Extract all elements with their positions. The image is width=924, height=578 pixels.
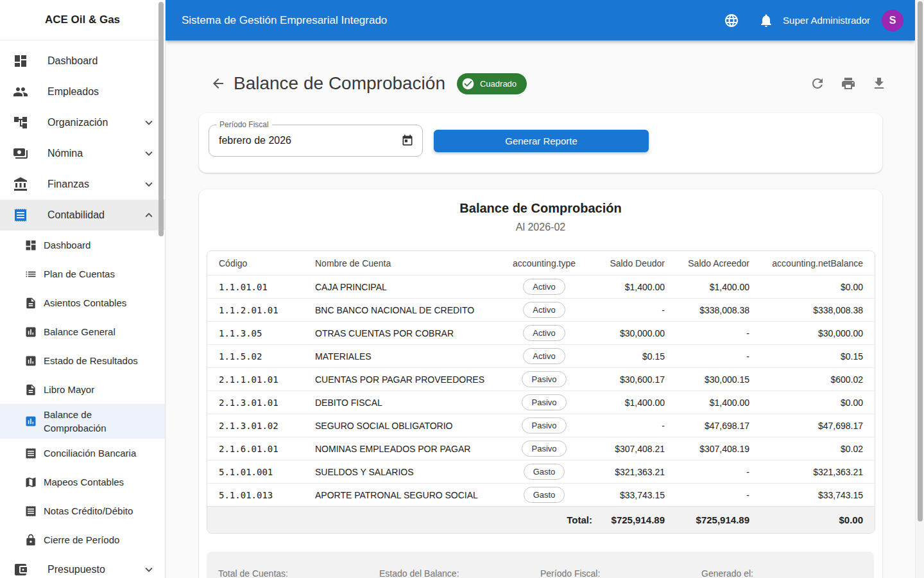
user-name: Super Administrador	[783, 15, 870, 26]
sidebar-item-balance-general[interactable]: Balance General	[0, 317, 165, 346]
sidebar-item-asientos-contables[interactable]: Asientos Contables	[0, 288, 165, 317]
credit-balance: $1,400.00	[665, 275, 749, 298]
account-type-chip: Pasivo	[522, 371, 566, 387]
account-name: CAJA PRINCIPAL	[304, 275, 496, 298]
account-name: APORTE PATRONAL SEGURO SOCIAL	[304, 483, 496, 506]
appbar-title: Sistema de Gestión Empresarial Integrado	[182, 14, 724, 27]
refresh-button[interactable]	[810, 76, 825, 91]
debit-balance: $0.15	[592, 344, 665, 367]
table-row: 5.1.01.013APORTE PATRONAL SEGURO SOCIALG…	[207, 483, 875, 506]
sidebar-item-cierre-de-periodo[interactable]: Cierre de Período	[0, 525, 165, 554]
net-balance: $321,363.21	[749, 460, 875, 483]
chevron-down-icon	[142, 563, 156, 577]
report-footer: Total de Cuentas:Estado del Balance:Perí…	[207, 552, 874, 578]
account-type: Activo	[496, 298, 592, 321]
table-row: 1.1.2.01.01BNC BANCO NACIONAL DE CREDITO…	[207, 298, 875, 321]
sidebar-item-nomina[interactable]: Nómina	[0, 138, 165, 169]
sidebar-item-libro-mayor[interactable]: Libro Mayor	[0, 375, 165, 404]
account-type-chip: Pasivo	[522, 394, 566, 410]
account-type: Pasivo	[496, 390, 592, 414]
debit-balance: $30,000.00	[592, 321, 665, 344]
sidebar-item-estado-de-resultados[interactable]: Estado de Resultados	[0, 346, 165, 375]
sidebar-item-organizacion[interactable]: Organización	[0, 107, 165, 138]
chart-box-icon	[24, 415, 37, 428]
dashboard-icon	[13, 53, 28, 69]
page-scrollbar-thumb[interactable]	[918, 1, 923, 521]
table-row: 2.1.3.01.01DEBITO FISCALPasivo$1,400.00$…	[207, 390, 875, 414]
column-header-saldo-deudor: Saldo Deudor	[592, 251, 665, 275]
back-button[interactable]	[210, 76, 226, 91]
sidebar-item-empleados[interactable]: Empleados	[0, 76, 165, 107]
map-icon	[24, 476, 37, 489]
report-title: Balance de Comprobación	[199, 201, 882, 216]
table-header-row: CódigoNombre de Cuentaaccounting.typeSal…	[207, 251, 875, 275]
account-name: BNC BANCO NACIONAL DE CREDITO	[304, 298, 496, 321]
report-card: Balance de Comprobación Al 2026-02 Códig…	[199, 189, 882, 578]
sidebar-item-mapeos-contables[interactable]: Mapeos Contables	[0, 468, 165, 496]
account-type: Pasivo	[496, 367, 592, 390]
receipt-icon	[24, 447, 37, 460]
top-appbar: Sistema de Gestión Empresarial Integrado…	[166, 0, 915, 40]
sidebar-item-label: Dashboard	[44, 238, 90, 252]
notifications-button[interactable]	[758, 13, 774, 28]
sidebar-item-label: Empleados	[47, 86, 156, 98]
account-type-chip: Gasto	[524, 464, 565, 480]
net-balance: $600.02	[749, 367, 875, 390]
account-name: DEBITO FISCAL	[304, 390, 496, 414]
sidebar-item-label: Cierre de Período	[44, 533, 119, 547]
table-row: 2.1.3.01.02SEGURO SOCIAL OBLIGATORIOPasi…	[207, 414, 875, 437]
sidebar-item-label: Asientos Contables	[44, 296, 126, 310]
generate-report-button[interactable]: Generar Reporte	[434, 130, 649, 152]
total-label: Total:	[207, 506, 592, 533]
credit-balance: $307,408.19	[665, 437, 749, 460]
avatar[interactable]: S	[882, 10, 903, 31]
sidebar-item-plan-de-cuentas[interactable]: Plan de Cuentas	[0, 259, 165, 288]
account-type-chip: Activo	[523, 279, 565, 295]
print-button[interactable]	[841, 76, 856, 91]
account-code: 5.1.01.001	[207, 460, 304, 483]
sidebar-item-dashboard[interactable]: Dashboard	[0, 231, 165, 259]
sidebar-item-conciliacion-bancaria[interactable]: Conciliación Bancaria	[0, 439, 165, 468]
table-row: 1.1.5.02MATERIALESActivo$0.15-$0.15	[207, 344, 875, 367]
calendar-icon[interactable]	[401, 134, 414, 147]
account-type: Gasto	[496, 483, 592, 506]
table-row: 2.1.1.01.01CUENTAS POR PAGAR PROVEEDORES…	[207, 367, 875, 390]
account-type: Gasto	[496, 460, 592, 483]
account-name: NOMINAS EMPLEADOS POR PAGAR	[304, 437, 496, 460]
sidebar-item-finanzas[interactable]: Finanzas	[0, 169, 165, 200]
column-header-saldo-acreedor: Saldo Acreedor	[665, 251, 749, 275]
sidebar-item-notas-credito-debito[interactable]: Notas Crédito/Débito	[0, 496, 165, 525]
total-credit: $725,914.89	[665, 506, 749, 533]
sidebar-item-presupuesto[interactable]: Presupuesto	[0, 554, 165, 578]
brand-title: ACE Oil & Gas	[0, 0, 165, 40]
page-scrollbar[interactable]	[915, 0, 924, 578]
sidebar-item-label: Plan de Cuentas	[44, 267, 115, 281]
sidebar-item-contabilidad[interactable]: Contabilidad	[0, 200, 165, 231]
sidebar-item-dashboard[interactable]: Dashboard	[0, 46, 165, 76]
debit-balance: $1,400.00	[592, 275, 665, 298]
account-name: CUENTAS POR PAGAR PROVEEDORES	[304, 367, 496, 390]
credit-balance: -	[665, 344, 749, 367]
account-code: 2.1.6.01.01	[207, 437, 304, 460]
sidebar-item-label: Libro Mayor	[44, 383, 94, 396]
sidebar-item-balance-de-comprobacion[interactable]: Balance de Comprobación	[0, 404, 165, 439]
main-content: Balance de Comprobación Cuadrado Período…	[166, 40, 915, 578]
wallet-icon	[13, 562, 28, 577]
account-type: Activo	[496, 275, 592, 298]
document-icon	[24, 383, 37, 396]
download-button[interactable]	[871, 76, 887, 91]
sidebar-item-label: Nómina	[47, 148, 142, 159]
debit-balance: $30,600.17	[592, 367, 665, 390]
net-balance: $0.02	[749, 437, 875, 460]
sidebar-scrollbar-thumb[interactable]	[158, 2, 164, 236]
net-balance: $0.00	[749, 275, 875, 298]
account-code: 1.1.2.01.01	[207, 298, 304, 321]
credit-balance: $47,698.17	[665, 414, 749, 437]
bank-icon	[13, 177, 28, 192]
fiscal-period-input[interactable]: Período Fiscal febrero de 2026	[209, 125, 423, 157]
people-icon	[13, 84, 28, 100]
page-title: Balance de Comprobación	[234, 73, 445, 94]
credit-balance: $1,400.00	[665, 390, 749, 414]
debit-balance: -	[592, 298, 665, 321]
language-button[interactable]	[724, 13, 739, 28]
